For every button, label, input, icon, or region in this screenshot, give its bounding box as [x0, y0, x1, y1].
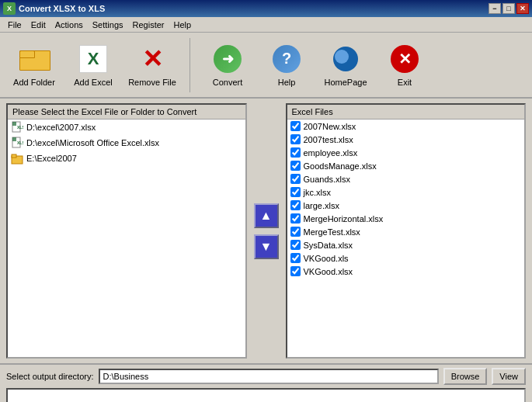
svg-rect-4: [12, 137, 16, 141]
exit-button[interactable]: ✕ Exit: [377, 38, 433, 92]
close-button[interactable]: ✕: [516, 3, 529, 14]
file-name: 2007test.xlsx: [304, 135, 353, 144]
list-item[interactable]: MergeHorizontal.xlsx: [287, 212, 525, 225]
middle-controls: ▲ ▼: [247, 103, 286, 359]
browse-button[interactable]: Browse: [443, 368, 488, 385]
remove-file-label: Remove File: [128, 78, 176, 87]
exit-label: Exit: [398, 78, 412, 87]
output-directory-input[interactable]: [99, 369, 439, 384]
file-checkbox[interactable]: [290, 134, 301, 144]
file-name: 2007New.xlsx: [304, 122, 356, 131]
right-panel-header: Excel Files: [287, 105, 525, 120]
file-checkbox[interactable]: [290, 240, 301, 250]
left-panel-content: XLS D:\excel\2007.xlsx XLS D:\excel\Micr…: [8, 120, 245, 357]
svg-text:XLS: XLS: [17, 125, 23, 130]
status-row: [6, 388, 526, 402]
help-label: Help: [278, 78, 296, 87]
file-name: MergeHorizontal.xlsx: [304, 214, 384, 224]
list-item[interactable]: XLS D:\excel\2007.xlsx: [8, 120, 245, 135]
help-button[interactable]: ? Help: [259, 38, 315, 92]
maximize-button[interactable]: □: [502, 3, 515, 14]
add-folder-label: Add Folder: [13, 78, 55, 87]
folder-name: E:\Excel2007: [26, 154, 77, 163]
right-panel: Excel Files 2007New.xlsx2007test.xlsxemp…: [286, 103, 527, 359]
output-row: Select output directory: Browse View: [6, 368, 526, 385]
list-item[interactable]: jkc.xlsx: [287, 185, 525, 199]
up-arrow-icon: ▲: [260, 209, 273, 223]
svg-rect-1: [12, 122, 16, 126]
file-icon: XLS: [11, 137, 23, 149]
window-controls: − □ ✕: [489, 3, 529, 14]
folder-icon: [11, 152, 23, 165]
folder-icon: [19, 43, 50, 75]
file-name: VKGood.xlsx: [304, 267, 353, 276]
right-panel-content: 2007New.xlsx2007test.xlsxemployee.xlsxGo…: [287, 120, 525, 357]
file-checkbox[interactable]: [290, 253, 301, 263]
file-checkbox[interactable]: [290, 227, 301, 237]
list-item[interactable]: 2007test.xlsx: [287, 133, 525, 146]
list-item[interactable]: XLS D:\excel\Microsoft Office Excel.xlsx: [8, 135, 245, 151]
file-name: Guands.xlsx: [304, 175, 351, 184]
file-icon: XLS: [11, 121, 23, 133]
menu-bar: File Edit Actions Settings Register Help: [0, 17, 532, 33]
toolbar: Add Folder Add Excel Remove File ➜ Conve…: [0, 33, 532, 99]
move-down-button[interactable]: ▼: [254, 234, 279, 259]
toolbar-separator: [190, 38, 190, 92]
file-checkbox[interactable]: [290, 121, 301, 131]
file-checkbox[interactable]: [290, 174, 301, 184]
add-excel-label: Add Excel: [74, 78, 113, 87]
menu-help[interactable]: Help: [169, 19, 196, 31]
svg-text:XLS: XLS: [17, 140, 23, 145]
menu-file[interactable]: File: [3, 19, 26, 31]
file-checkbox[interactable]: [290, 161, 301, 171]
list-item[interactable]: VKGood.xls: [287, 251, 525, 265]
file-checkbox[interactable]: [290, 213, 301, 224]
homepage-button[interactable]: HomePage: [318, 38, 374, 92]
list-item[interactable]: E:\Excel2007: [8, 151, 245, 166]
file-name: VKGood.xls: [304, 254, 349, 263]
left-panel: Please Select the Excel File or Folder t…: [6, 103, 247, 359]
convert-icon: ➜: [212, 43, 243, 75]
menu-edit[interactable]: Edit: [26, 19, 50, 31]
minimize-button[interactable]: −: [489, 3, 501, 14]
help-icon: ?: [271, 43, 302, 75]
move-up-button[interactable]: ▲: [254, 203, 279, 228]
list-item[interactable]: 2007New.xlsx: [287, 120, 525, 133]
file-checkbox[interactable]: [290, 147, 301, 158]
menu-register[interactable]: Register: [128, 19, 169, 31]
title-bar: X Convert XLSX to XLS − □ ✕: [0, 0, 532, 17]
convert-label: Convert: [213, 78, 243, 87]
output-label: Select output directory:: [6, 372, 94, 381]
file-name: D:\excel\2007.xlsx: [26, 123, 96, 132]
menu-actions[interactable]: Actions: [50, 19, 88, 31]
convert-button[interactable]: ➜ Convert: [200, 38, 256, 92]
file-name: SysData.xlsx: [304, 241, 353, 250]
svg-rect-7: [12, 154, 16, 158]
file-name: MergeTest.xlsx: [304, 227, 360, 237]
status-input[interactable]: [6, 388, 526, 402]
file-name: GoodsManage.xlsx: [304, 161, 377, 171]
down-arrow-icon: ▼: [260, 240, 273, 254]
left-panel-header: Please Select the Excel File or Folder t…: [8, 105, 245, 120]
list-item[interactable]: GoodsManage.xlsx: [287, 159, 525, 172]
list-item[interactable]: employee.xlsx: [287, 146, 525, 159]
file-checkbox[interactable]: [290, 266, 301, 276]
remove-file-button[interactable]: Remove File: [124, 38, 180, 92]
list-item[interactable]: SysData.xlsx: [287, 238, 525, 251]
file-name: jkc.xlsx: [304, 188, 331, 197]
remove-icon: [137, 43, 168, 75]
menu-settings[interactable]: Settings: [88, 19, 128, 31]
list-item[interactable]: Guands.xlsx: [287, 172, 525, 185]
homepage-icon: [330, 43, 361, 75]
list-item[interactable]: MergeTest.xlsx: [287, 225, 525, 238]
list-item[interactable]: large.xlsx: [287, 199, 525, 212]
file-checkbox[interactable]: [290, 200, 301, 210]
file-checkbox[interactable]: [290, 187, 301, 197]
excel-icon: [78, 43, 109, 75]
add-excel-button[interactable]: Add Excel: [65, 38, 121, 92]
bottom-bar: Select output directory: Browse View: [0, 363, 532, 402]
add-folder-button[interactable]: Add Folder: [6, 38, 62, 92]
file-name: D:\excel\Microsoft Office Excel.xlsx: [26, 138, 159, 147]
list-item[interactable]: VKGood.xlsx: [287, 265, 525, 278]
view-button[interactable]: View: [492, 368, 526, 385]
